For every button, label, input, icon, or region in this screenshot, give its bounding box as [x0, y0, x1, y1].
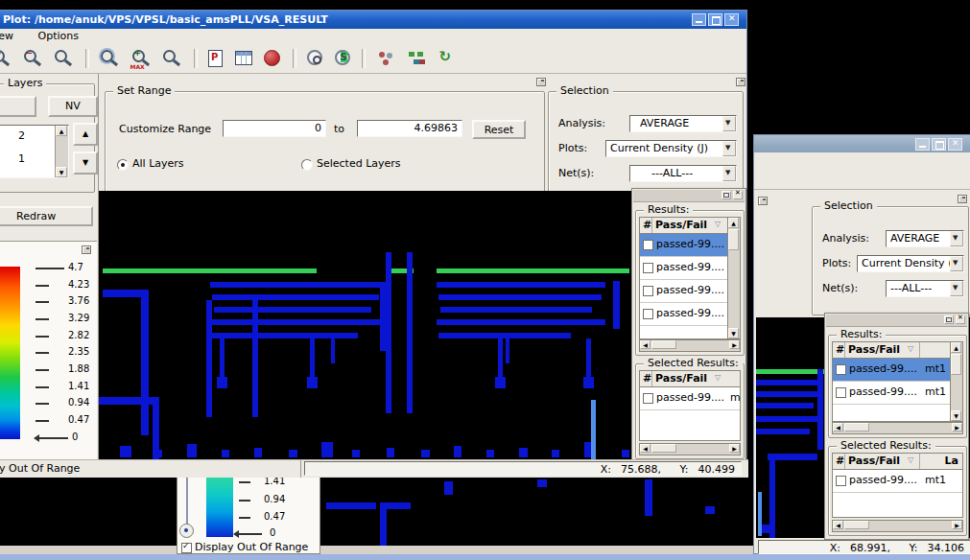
panel-header[interactable] [633, 190, 745, 202]
table-view-icon[interactable] [235, 51, 252, 65]
scroll-down-icon[interactable]: ▼ [951, 410, 961, 421]
result-row[interactable]: passed-99.... [640, 303, 728, 326]
sort-icon[interactable]: ▽ [908, 344, 913, 353]
result-checkbox[interactable] [836, 476, 846, 486]
result-row[interactable]: passed-99.... [640, 234, 728, 257]
close-button[interactable] [948, 138, 962, 151]
titlebar[interactable]: Plot: /home/anuk/VPS/VPSL/basic_amsPLL/V… [0, 11, 746, 29]
detach-icon[interactable] [758, 197, 768, 205]
analysis-dropdown[interactable]: AVERAGE [886, 230, 964, 247]
probe-icon[interactable] [307, 50, 322, 65]
zoom-fit-icon[interactable] [100, 49, 119, 68]
close-icon[interactable] [956, 315, 965, 324]
scroll-right-icon[interactable]: ▶ [729, 444, 740, 453]
panel-header[interactable] [826, 315, 967, 327]
layer-down-button[interactable]: ▼ [73, 152, 98, 175]
close-button[interactable] [724, 13, 739, 26]
listbox-scrollbar[interactable]: ▲ ▼ [55, 126, 68, 177]
dropdown-arrow-icon[interactable] [722, 166, 736, 181]
detach-icon[interactable] [536, 78, 546, 86]
horizontal-scrollbar[interactable]: ◀ ▶ [639, 339, 741, 352]
scroll-right-icon[interactable]: ▶ [729, 340, 740, 349]
nets-dropdown[interactable]: ---ALL--- [886, 280, 964, 297]
scroll-thumb[interactable] [651, 444, 676, 453]
secondary-plot-window[interactable]: Selection Analysis: AVERAGE Plots: Curre… [753, 134, 970, 554]
result-checkbox[interactable] [836, 364, 846, 375]
horizontal-scrollbar[interactable]: ◀ ▶ [639, 443, 741, 455]
scroll-up-icon[interactable]: ▲ [728, 218, 739, 228]
zoom-out-icon[interactable]: − [23, 49, 42, 68]
scroll-up-icon[interactable]: ▲ [951, 342, 961, 353]
scroll-thumb[interactable] [728, 229, 739, 250]
zoom-in-icon[interactable]: + [0, 49, 11, 68]
vertical-scrollbar[interactable]: ▲ ▼ [727, 218, 740, 338]
hierarchy-icon[interactable] [377, 50, 396, 69]
nv-button[interactable]: NV [48, 96, 98, 117]
scroll-thumb[interactable] [951, 354, 961, 375]
minimize-button[interactable] [692, 13, 706, 26]
scroll-left-icon[interactable]: ◀ [833, 423, 843, 432]
result-checkbox[interactable] [643, 309, 653, 319]
selected-result-row[interactable]: passed-99.... m [640, 387, 740, 410]
dropdown-arrow-icon[interactable] [722, 116, 736, 131]
plots-dropdown[interactable]: Current Density (J) [605, 140, 737, 157]
result-row[interactable]: passed-99.... [640, 280, 728, 303]
sort-icon[interactable]: ▽ [908, 455, 913, 464]
slider-track[interactable] [186, 478, 188, 527]
result-row[interactable]: passed-99.... [640, 257, 728, 280]
selected-result-row[interactable]: passed-99.... mt1 [833, 470, 962, 493]
record-icon[interactable] [264, 50, 280, 66]
sort-icon[interactable]: ▽ [715, 220, 721, 228]
display-out-of-range-checkbox[interactable] [181, 543, 192, 553]
analysis-dropdown[interactable]: AVERAGE [629, 115, 737, 132]
minimize-button[interactable] [915, 138, 930, 151]
sort-icon[interactable]: ▽ [715, 373, 721, 382]
detach-icon[interactable] [82, 245, 91, 254]
menu-view[interactable]: View [0, 29, 20, 43]
vertical-scrollbar[interactable]: ▲ ▼ [950, 342, 962, 421]
scroll-thumb[interactable] [844, 423, 869, 432]
results-header[interactable]: # Pass/Fail ▽ La [833, 454, 962, 470]
detach-icon[interactable] [944, 315, 954, 324]
scroll-thumb[interactable] [844, 521, 869, 529]
menu-options[interactable]: Options [32, 29, 85, 43]
layers-listbox[interactable]: 2 1 ▲ ▼ [0, 125, 69, 178]
result-row[interactable]: passed-99.... mt1 [833, 382, 951, 405]
detach-icon[interactable] [722, 191, 731, 199]
result-checkbox[interactable] [643, 393, 653, 404]
scroll-left-icon[interactable]: ◀ [640, 340, 651, 349]
range-to-input[interactable]: 4.69863 [357, 120, 462, 137]
result-row[interactable]: passed-99.... mt1 [833, 359, 951, 382]
slider-knob[interactable] [179, 524, 194, 538]
detach-icon[interactable] [736, 78, 745, 86]
scroll-right-icon[interactable]: ▶ [952, 423, 962, 432]
result-checkbox[interactable] [836, 387, 846, 398]
layer-item[interactable]: 1 [18, 152, 25, 165]
zoom-search-icon[interactable] [162, 49, 181, 68]
scroll-up-icon[interactable]: ▲ [56, 126, 67, 136]
s-tool-icon[interactable]: S [335, 50, 350, 65]
scroll-thumb[interactable] [651, 340, 676, 349]
results-header[interactable]: # Pass/Fail ▽ [640, 371, 740, 387]
network-icon[interactable] [408, 50, 427, 69]
result-checkbox[interactable] [643, 286, 653, 296]
zoom-max-icon[interactable]: +MAX [131, 49, 151, 68]
visibility-button[interactable] [0, 96, 36, 117]
close-icon[interactable] [733, 191, 743, 199]
dropdown-arrow-icon[interactable] [950, 231, 963, 246]
scroll-down-icon[interactable]: ▼ [728, 328, 739, 338]
layer-up-button[interactable]: ▲ [73, 123, 98, 146]
results-header[interactable]: # Pass/Fail ▽ [640, 218, 740, 234]
scroll-left-icon[interactable]: ◀ [640, 444, 651, 453]
scroll-down-icon[interactable]: ▼ [56, 167, 67, 177]
maximize-button[interactable] [932, 138, 946, 151]
range-from-input[interactable]: 0 [223, 120, 326, 137]
redraw-button[interactable]: Redraw [0, 206, 93, 226]
report-icon[interactable]: P [208, 50, 223, 67]
layer-item[interactable]: 2 [18, 129, 25, 142]
dropdown-arrow-icon[interactable] [950, 256, 963, 271]
result-checkbox[interactable] [643, 263, 653, 273]
plots-dropdown[interactable]: Current Density (J) [857, 255, 964, 272]
scroll-left-icon[interactable]: ◀ [833, 521, 843, 529]
reset-button[interactable]: Reset [472, 120, 526, 139]
